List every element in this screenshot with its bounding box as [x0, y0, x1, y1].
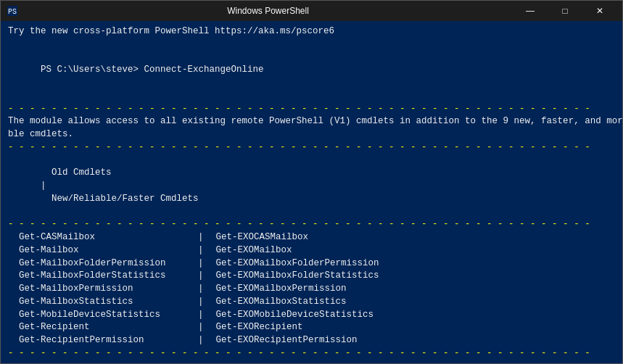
- row9-sep: |: [198, 334, 204, 347]
- row6-left: Get-MailboxStatistics: [8, 296, 197, 309]
- row8-sep: |: [198, 321, 204, 334]
- prompt-line-1: PS C:\Users\steve> Connect-ExchangeOnlin…: [8, 51, 615, 90]
- row4-sep: |: [198, 270, 204, 283]
- svg-text:PS: PS: [8, 8, 17, 16]
- close-button[interactable]: ✕: [583, 1, 616, 21]
- table-row: Get-MailboxStatistics | Get-EXOMailboxSt…: [8, 296, 615, 309]
- table-row: Get-Recipient | Get-EXORecipient: [8, 321, 615, 334]
- desc-line-1: The module allows access to all existing…: [8, 115, 615, 128]
- table-row: Get-CASMailbox | Get-EXOCASMailbox: [8, 231, 615, 244]
- row6-sep: |: [198, 296, 204, 309]
- window-controls: — □ ✕: [513, 1, 616, 21]
- table-row: Get-RecipientPermission | Get-EXORecipie…: [8, 334, 615, 347]
- window-title: Windows PowerShell: [22, 6, 513, 16]
- table-header: Old Cmdlets | New/Reliable/Faster Cmdlet…: [8, 154, 615, 219]
- maximize-button[interactable]: □: [548, 1, 582, 21]
- row5-right: Get-EXOMailboxPermission: [205, 283, 347, 296]
- row1-sep: |: [198, 231, 204, 244]
- blank-1: [8, 38, 615, 51]
- col-sep-header: |: [41, 181, 46, 191]
- row7-sep: |: [198, 309, 204, 322]
- row3-left: Get-MailboxFolderPermission: [8, 257, 197, 270]
- table-row: Get-Mailbox | Get-EXOMailbox: [8, 244, 615, 257]
- col-header-left: Old Cmdlets: [41, 167, 236, 178]
- cmd-connect: Connect-ExchangeOnline: [139, 65, 264, 75]
- row7-right: Get-EXOMobileDeviceStatistics: [205, 309, 374, 322]
- terminal-body[interactable]: Try the new cross-platform PowerShell ht…: [1, 21, 622, 363]
- row9-left: Get-RecipientPermission: [8, 334, 197, 347]
- table-row: Get-MobileDeviceStatistics | Get-EXOMobi…: [8, 309, 615, 322]
- row9-right: Get-EXORecipientPermission: [205, 334, 358, 347]
- dashes-4: - - - - - - - - - - - - - - - - - - - - …: [8, 347, 615, 360]
- app-icon: PS: [7, 5, 18, 17]
- row1-right: Get-EXOCASMailbox: [205, 231, 309, 244]
- minimize-button[interactable]: —: [513, 1, 547, 21]
- row2-right: Get-EXOMailbox: [205, 244, 292, 257]
- row3-right: Get-EXOMailboxFolderPermission: [205, 257, 379, 270]
- table-row: Get-MailboxFolderPermission | Get-EXOMai…: [8, 257, 615, 270]
- table-row: Get-MailboxFolderStatistics | Get-EXOMai…: [8, 270, 615, 283]
- row4-left: Get-MailboxFolderStatistics: [8, 270, 197, 283]
- row6-right: Get-EXOMailboxStatistics: [205, 296, 347, 309]
- powershell-window: PS Windows PowerShell — □ ✕ Try the new …: [0, 0, 623, 364]
- col-header-right: New/Reliable/Faster Cmdlets: [41, 194, 199, 204]
- table-row: Get-MailboxPermission | Get-EXOMailboxPe…: [8, 283, 615, 296]
- dashes-2: - - - - - - - - - - - - - - - - - - - - …: [8, 141, 615, 154]
- dashes-top: - - - - - - - - - - - - - - - - - - - - …: [8, 103, 615, 116]
- row1-left: Get-CASMailbox: [8, 231, 197, 244]
- titlebar: PS Windows PowerShell — □ ✕: [1, 1, 622, 21]
- row2-sep: |: [198, 244, 204, 257]
- row5-sep: |: [198, 283, 204, 296]
- info-line-1: Try the new cross-platform PowerShell ht…: [8, 25, 615, 38]
- row3-sep: |: [198, 257, 204, 270]
- row2-left: Get-Mailbox: [8, 244, 197, 257]
- row8-left: Get-Recipient: [8, 321, 197, 334]
- prompt-1: PS C:\Users\steve>: [41, 65, 139, 75]
- blank-3: [8, 360, 615, 364]
- blank-2: [8, 90, 615, 103]
- row7-left: Get-MobileDeviceStatistics: [8, 309, 197, 322]
- row5-left: Get-MailboxPermission: [8, 283, 197, 296]
- dashes-3: - - - - - - - - - - - - - - - - - - - - …: [8, 218, 615, 231]
- row4-right: Get-EXOMailboxFolderStatistics: [205, 270, 379, 283]
- desc-line-2: ble cmdlets.: [8, 128, 615, 141]
- row8-right: Get-EXORecipient: [205, 321, 303, 334]
